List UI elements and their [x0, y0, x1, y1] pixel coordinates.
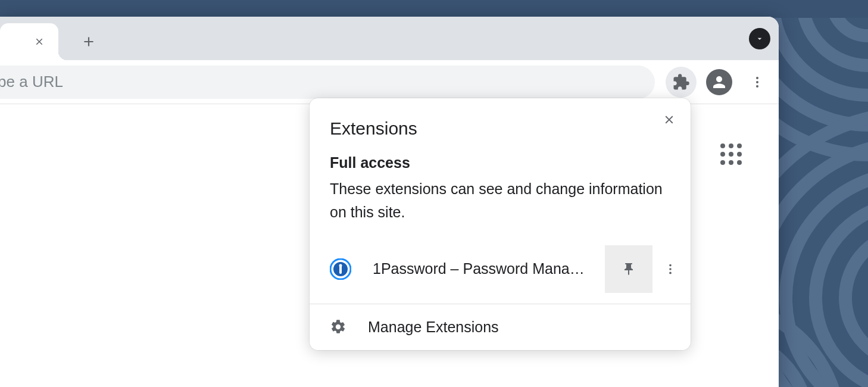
extension-more-button[interactable] [652, 245, 688, 293]
extension-row[interactable]: 1Password – Password Mana… [310, 235, 691, 304]
1password-icon [330, 258, 351, 280]
person-icon [710, 73, 728, 91]
svg-point-28 [339, 264, 342, 267]
chrome-menu-button[interactable] [742, 67, 773, 98]
search-tabs-button[interactable] [749, 28, 770, 49]
pin-icon [622, 262, 636, 276]
svg-point-29 [669, 264, 672, 266]
dots-vertical-icon [750, 75, 764, 89]
chevron-down-icon [755, 34, 764, 43]
section-description: These extensions can see and change info… [330, 177, 670, 224]
browser-tab[interactable] [0, 23, 58, 60]
toolbar-actions [666, 67, 773, 98]
svg-point-30 [669, 268, 672, 270]
pin-extension-button[interactable] [605, 245, 652, 293]
manage-extensions-button[interactable]: Manage Extensions [310, 304, 691, 350]
popup-title: Extensions [330, 118, 670, 139]
puzzle-icon [672, 73, 690, 91]
apps-launcher-button[interactable] [717, 140, 745, 168]
svg-point-23 [756, 81, 758, 83]
popup-section: Full access These extensions can see and… [310, 139, 691, 235]
extensions-button[interactable] [666, 67, 697, 98]
profile-button[interactable] [704, 67, 735, 98]
svg-point-24 [756, 85, 758, 88]
popup-header: Extensions [310, 98, 691, 139]
plus-icon [81, 34, 96, 49]
new-tab-button[interactable] [76, 29, 101, 54]
svg-point-31 [669, 271, 672, 274]
address-bar[interactable]: r type a URL [0, 65, 655, 99]
avatar [706, 69, 732, 95]
svg-rect-21 [0, 0, 868, 18]
tab-strip [0, 17, 779, 60]
toolbar: r type a URL [0, 60, 779, 104]
gear-icon [330, 319, 346, 335]
popup-close-button[interactable] [658, 109, 680, 130]
manage-extensions-label: Manage Extensions [368, 319, 499, 336]
dots-vertical-icon [664, 263, 677, 276]
section-heading: Full access [330, 154, 670, 171]
close-icon [663, 113, 676, 126]
close-tab-button[interactable] [32, 35, 46, 49]
extension-actions [605, 245, 691, 293]
close-icon [34, 36, 45, 47]
svg-point-22 [756, 77, 758, 79]
extension-name: 1Password – Password Mana… [373, 260, 605, 277]
extensions-popup: Extensions Full access These extensions … [310, 98, 691, 350]
address-bar-placeholder: r type a URL [0, 73, 63, 91]
